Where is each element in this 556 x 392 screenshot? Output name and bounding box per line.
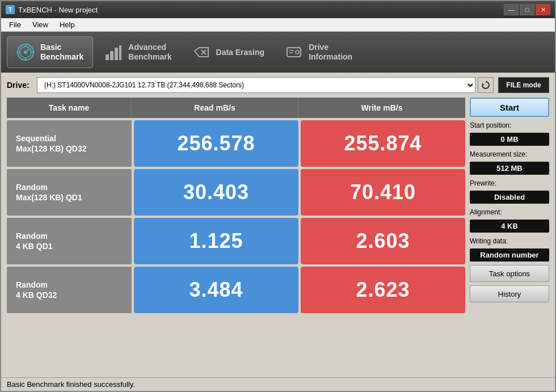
tab-basic-benchmark[interactable]: BasicBenchmark <box>7 36 93 68</box>
row-1-label: Random Max(128 KB) QD1 <box>7 169 132 216</box>
drive-select-wrap: (H:) ST14000VN0008-2JG101 12.73 TB (27,3… <box>37 77 494 93</box>
row-2-read: 1.125 <box>134 218 298 264</box>
svg-rect-9 <box>110 51 113 60</box>
svg-point-15 <box>296 50 299 54</box>
sidebar: Start Start position: 0 MB Measurement s… <box>470 98 549 373</box>
start-position-label: Start position: <box>470 121 549 129</box>
status-text: Basic Benchmark finished successfully. <box>7 380 135 389</box>
maximize-button[interactable]: □ <box>520 4 534 15</box>
status-bar: Basic Benchmark finished successfully. <box>1 377 555 391</box>
table-row: Random 4 KB QD32 3.484 2.623 <box>7 267 465 313</box>
svg-line-7 <box>26 49 29 52</box>
prewrite-label: Prewrite: <box>470 179 549 187</box>
benchmark-table: Task name Read mB/s Write mB/s Sequentia… <box>7 98 465 373</box>
tab-advanced-benchmark[interactable]: AdvancedBenchmark <box>95 36 180 68</box>
col-read: Read mB/s <box>132 98 298 118</box>
row-1-read: 30.403 <box>134 169 298 216</box>
window-title: TxBENCH - New project <box>18 6 504 14</box>
row-3-label: Random 4 KB QD32 <box>7 267 132 313</box>
measurement-size-value: 512 MB <box>470 162 549 175</box>
col-write: Write mB/s <box>298 98 465 118</box>
menu-view[interactable]: View <box>27 19 54 30</box>
row-0-write: 255.874 <box>301 120 465 167</box>
menu-help[interactable]: Help <box>54 19 81 30</box>
drive-refresh-button[interactable] <box>478 77 494 93</box>
history-button[interactable]: History <box>470 285 549 302</box>
minimize-button[interactable]: — <box>504 4 519 15</box>
tab-drive-information-label: DriveInformation <box>309 43 352 62</box>
tab-drive-information[interactable]: DriveInformation <box>276 36 361 68</box>
writing-data-label: Writing data: <box>470 237 549 245</box>
menu-bar: File View Help <box>1 18 555 32</box>
svg-rect-11 <box>119 45 121 60</box>
svg-rect-8 <box>106 54 109 60</box>
table-row: Random Max(128 KB) QD1 30.403 70.410 <box>7 169 465 216</box>
measurement-size-label: Measurement size: <box>470 150 549 158</box>
title-bar: T TxBENCH - New project — □ ✕ <box>1 1 555 18</box>
drive-row: Drive: (H:) ST14000VN0008-2JG101 12.73 T… <box>7 77 549 93</box>
content-area: Drive: (H:) ST14000VN0008-2JG101 12.73 T… <box>1 73 555 377</box>
window-controls: — □ ✕ <box>504 4 550 15</box>
prewrite-value: Disabled <box>470 191 549 204</box>
row-3-write: 2.623 <box>301 267 465 313</box>
row-3-read: 3.484 <box>134 267 298 313</box>
drive-label: Drive: <box>7 81 32 90</box>
main-window: T TxBENCH - New project — □ ✕ File View … <box>0 0 556 392</box>
row-0-read: 256.578 <box>134 120 298 167</box>
close-button[interactable]: ✕ <box>536 4 550 15</box>
alignment-value: 4 KB <box>470 220 549 233</box>
table-body: Sequential Max(128 KB) QD32 256.578 255.… <box>7 120 465 313</box>
col-task-name: Task name <box>7 98 132 118</box>
data-erasing-icon <box>192 43 210 61</box>
file-mode-button[interactable]: FILE mode <box>498 77 549 93</box>
writing-data-value: Random number <box>470 248 549 262</box>
drive-select[interactable]: (H:) ST14000VN0008-2JG101 12.73 TB (27,3… <box>37 77 475 93</box>
advanced-benchmark-icon <box>104 43 123 61</box>
app-icon: T <box>6 5 15 14</box>
tab-data-erasing[interactable]: Data Erasing <box>183 36 274 68</box>
tab-advanced-benchmark-label: AdvancedBenchmark <box>128 43 171 62</box>
basic-benchmark-icon <box>16 43 35 61</box>
svg-marker-18 <box>482 83 485 85</box>
table-row: Random 4 KB QD1 1.125 2.603 <box>7 218 465 264</box>
task-options-button[interactable]: Task options <box>470 265 549 282</box>
row-2-label: Random 4 KB QD1 <box>7 218 132 264</box>
tab-data-erasing-label: Data Erasing <box>216 48 265 57</box>
table-header: Task name Read mB/s Write mB/s <box>7 98 465 118</box>
tab-bar: BasicBenchmark AdvancedBenchmark <box>1 32 555 73</box>
table-row: Sequential Max(128 KB) QD32 256.578 255.… <box>7 120 465 167</box>
start-position-value: 0 MB <box>470 133 549 146</box>
row-1-write: 70.410 <box>301 169 465 216</box>
drive-information-icon <box>285 43 303 61</box>
row-2-write: 2.603 <box>301 218 465 264</box>
tab-basic-benchmark-label: BasicBenchmark <box>40 43 83 62</box>
main-area: Task name Read mB/s Write mB/s Sequentia… <box>7 98 549 373</box>
alignment-label: Alignment: <box>470 208 549 216</box>
row-0-label: Sequential Max(128 KB) QD32 <box>7 120 132 167</box>
menu-file[interactable]: File <box>3 19 27 30</box>
svg-rect-10 <box>115 48 118 60</box>
start-button[interactable]: Start <box>470 98 549 117</box>
